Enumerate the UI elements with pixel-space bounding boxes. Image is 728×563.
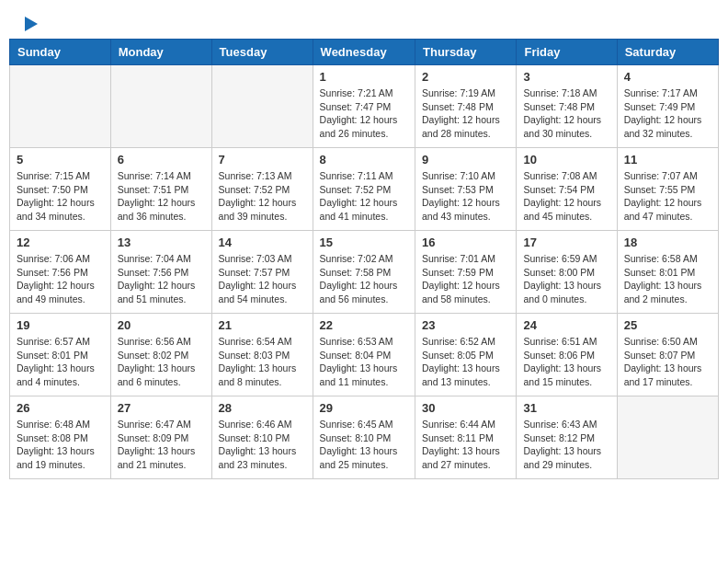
day-number: 30 [422, 401, 509, 415]
day-number: 17 [523, 236, 609, 249]
calendar-cell: 31Sunrise: 6:43 AMSunset: 8:12 PMDayligh… [517, 396, 617, 479]
calendar-cell [211, 65, 313, 148]
calendar-table: SundayMondayTuesdayWednesdayThursdayFrid… [9, 39, 719, 479]
calendar-cell: 28Sunrise: 6:46 AMSunset: 8:10 PMDayligh… [211, 396, 313, 479]
cell-content: Sunrise: 6:50 AMSunset: 8:07 PMDaylight:… [624, 335, 711, 389]
cell-content: Sunrise: 7:07 AMSunset: 7:55 PMDaylight:… [624, 169, 711, 224]
calendar-cell: 19Sunrise: 6:57 AMSunset: 8:01 PMDayligh… [10, 314, 111, 396]
cell-content: Sunrise: 6:58 AMSunset: 8:01 PMDaylight:… [624, 252, 711, 306]
day-number: 26 [17, 401, 104, 415]
day-number: 1 [320, 70, 408, 84]
day-header-sunday: Sunday [10, 40, 111, 65]
calendar-cell: 9Sunrise: 7:10 AMSunset: 7:53 PMDaylight… [415, 148, 517, 231]
calendar-cell: 25Sunrise: 6:50 AMSunset: 8:07 PMDayligh… [617, 314, 718, 396]
cell-content: Sunrise: 7:13 AMSunset: 7:52 PMDaylight:… [219, 169, 306, 224]
day-number: 23 [422, 318, 509, 332]
cell-content: Sunrise: 7:18 AMSunset: 7:48 PMDaylight:… [523, 86, 609, 141]
cell-content: Sunrise: 6:54 AMSunset: 8:03 PMDaylight:… [219, 335, 306, 389]
day-number: 14 [219, 236, 306, 249]
calendar-cell: 4Sunrise: 7:17 AMSunset: 7:49 PMDaylight… [617, 65, 718, 148]
calendar-cell: 11Sunrise: 7:07 AMSunset: 7:55 PMDayligh… [617, 148, 718, 231]
cell-content: Sunrise: 7:14 AMSunset: 7:51 PMDaylight:… [118, 169, 205, 224]
day-header-monday: Monday [110, 40, 211, 65]
calendar-cell: 6Sunrise: 7:14 AMSunset: 7:51 PMDaylight… [110, 148, 211, 231]
calendar-cell [110, 65, 211, 148]
cell-content: Sunrise: 7:06 AMSunset: 7:56 PMDaylight:… [17, 252, 104, 306]
cell-content: Sunrise: 6:53 AMSunset: 8:04 PMDaylight:… [320, 335, 408, 389]
calendar-cell: 7Sunrise: 7:13 AMSunset: 7:52 PMDaylight… [211, 148, 313, 231]
week-row-5: 26Sunrise: 6:48 AMSunset: 8:08 PMDayligh… [10, 396, 719, 479]
cell-content: Sunrise: 6:44 AMSunset: 8:11 PMDaylight:… [422, 418, 509, 472]
day-number: 3 [523, 70, 609, 84]
cell-content: Sunrise: 7:19 AMSunset: 7:48 PMDaylight:… [422, 86, 509, 141]
page-header [9, 9, 719, 39]
cell-content: Sunrise: 7:11 AMSunset: 7:52 PMDaylight:… [320, 169, 408, 224]
calendar-header-row: SundayMondayTuesdayWednesdayThursdayFrid… [10, 40, 719, 65]
calendar-cell: 14Sunrise: 7:03 AMSunset: 7:57 PMDayligh… [211, 231, 313, 314]
day-number: 15 [320, 236, 408, 249]
calendar-cell: 21Sunrise: 6:54 AMSunset: 8:03 PMDayligh… [211, 314, 313, 396]
week-row-4: 19Sunrise: 6:57 AMSunset: 8:01 PMDayligh… [10, 314, 719, 396]
cell-content: Sunrise: 7:01 AMSunset: 7:59 PMDaylight:… [422, 252, 509, 306]
calendar-cell: 17Sunrise: 6:59 AMSunset: 8:00 PMDayligh… [517, 231, 617, 314]
calendar-cell: 30Sunrise: 6:44 AMSunset: 8:11 PMDayligh… [415, 396, 517, 479]
week-row-3: 12Sunrise: 7:06 AMSunset: 7:56 PMDayligh… [10, 231, 719, 314]
cell-content: Sunrise: 7:02 AMSunset: 7:58 PMDaylight:… [320, 252, 408, 306]
calendar-cell: 24Sunrise: 6:51 AMSunset: 8:06 PMDayligh… [517, 314, 617, 396]
day-number: 20 [118, 318, 205, 332]
cell-content: Sunrise: 6:52 AMSunset: 8:05 PMDaylight:… [422, 335, 509, 389]
day-number: 28 [219, 401, 306, 415]
day-number: 25 [624, 318, 711, 332]
cell-content: Sunrise: 6:46 AMSunset: 8:10 PMDaylight:… [219, 418, 306, 472]
calendar-cell: 26Sunrise: 6:48 AMSunset: 8:08 PMDayligh… [10, 396, 111, 479]
cell-content: Sunrise: 7:08 AMSunset: 7:54 PMDaylight:… [523, 169, 609, 224]
calendar-cell: 1Sunrise: 7:21 AMSunset: 7:47 PMDaylight… [313, 65, 415, 148]
cell-content: Sunrise: 6:43 AMSunset: 8:12 PMDaylight:… [523, 418, 609, 472]
cell-content: Sunrise: 7:03 AMSunset: 7:57 PMDaylight:… [219, 252, 306, 306]
cell-content: Sunrise: 6:51 AMSunset: 8:06 PMDaylight:… [523, 335, 609, 389]
calendar-cell [617, 396, 718, 479]
cell-content: Sunrise: 7:15 AMSunset: 7:50 PMDaylight:… [17, 169, 104, 224]
calendar-cell: 22Sunrise: 6:53 AMSunset: 8:04 PMDayligh… [313, 314, 415, 396]
day-number: 8 [320, 153, 408, 167]
day-header-thursday: Thursday [415, 40, 517, 65]
day-header-wednesday: Wednesday [313, 40, 415, 65]
day-number: 31 [523, 401, 609, 415]
cell-content: Sunrise: 6:59 AMSunset: 8:00 PMDaylight:… [523, 252, 609, 306]
logo-text [23, 18, 38, 31]
day-number: 18 [624, 236, 711, 249]
calendar-cell: 27Sunrise: 6:47 AMSunset: 8:09 PMDayligh… [110, 396, 211, 479]
day-number: 19 [17, 318, 104, 332]
day-header-tuesday: Tuesday [211, 40, 313, 65]
calendar-cell: 23Sunrise: 6:52 AMSunset: 8:05 PMDayligh… [415, 314, 517, 396]
day-header-friday: Friday [517, 40, 617, 65]
day-number: 27 [118, 401, 205, 415]
calendar-cell: 12Sunrise: 7:06 AMSunset: 7:56 PMDayligh… [10, 231, 111, 314]
cell-content: Sunrise: 6:57 AMSunset: 8:01 PMDaylight:… [17, 335, 104, 389]
logo [23, 18, 38, 31]
calendar-cell: 5Sunrise: 7:15 AMSunset: 7:50 PMDaylight… [10, 148, 111, 231]
day-header-saturday: Saturday [617, 40, 718, 65]
day-number: 10 [523, 153, 609, 167]
cell-content: Sunrise: 7:10 AMSunset: 7:53 PMDaylight:… [422, 169, 509, 224]
day-number: 13 [118, 236, 205, 249]
week-row-2: 5Sunrise: 7:15 AMSunset: 7:50 PMDaylight… [10, 148, 719, 231]
cell-content: Sunrise: 6:56 AMSunset: 8:02 PMDaylight:… [118, 335, 205, 389]
day-number: 12 [17, 236, 104, 249]
calendar-cell: 10Sunrise: 7:08 AMSunset: 7:54 PMDayligh… [517, 148, 617, 231]
day-number: 24 [523, 318, 609, 332]
calendar-cell: 3Sunrise: 7:18 AMSunset: 7:48 PMDaylight… [517, 65, 617, 148]
calendar-cell [10, 65, 111, 148]
cell-content: Sunrise: 7:21 AMSunset: 7:47 PMDaylight:… [320, 86, 408, 141]
day-number: 11 [624, 153, 711, 167]
calendar-cell: 29Sunrise: 6:45 AMSunset: 8:10 PMDayligh… [313, 396, 415, 479]
calendar-cell: 8Sunrise: 7:11 AMSunset: 7:52 PMDaylight… [313, 148, 415, 231]
day-number: 16 [422, 236, 509, 249]
calendar-cell: 13Sunrise: 7:04 AMSunset: 7:56 PMDayligh… [110, 231, 211, 314]
logo-arrow-icon [25, 17, 38, 31]
day-number: 9 [422, 153, 509, 167]
cell-content: Sunrise: 6:48 AMSunset: 8:08 PMDaylight:… [17, 418, 104, 472]
cell-content: Sunrise: 7:17 AMSunset: 7:49 PMDaylight:… [624, 86, 711, 141]
calendar-cell: 18Sunrise: 6:58 AMSunset: 8:01 PMDayligh… [617, 231, 718, 314]
cell-content: Sunrise: 7:04 AMSunset: 7:56 PMDaylight:… [118, 252, 205, 306]
